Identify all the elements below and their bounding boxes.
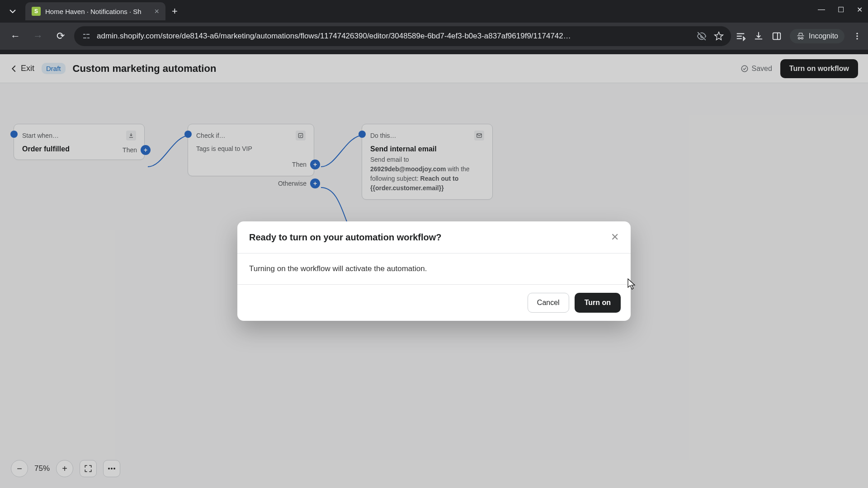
download-icon[interactable] [754, 31, 764, 41]
modal-body: Turning on the workflow will activate th… [237, 253, 631, 284]
svg-point-8 [856, 38, 858, 39]
confirm-modal: Ready to turn on your automation workflo… [237, 221, 631, 321]
svg-point-6 [856, 33, 858, 34]
modal-title: Ready to turn on your automation workflo… [249, 232, 442, 243]
reload-button[interactable]: ⟳ [52, 27, 70, 45]
url-text: admin.shopify.com/store/de8143-a6/market… [97, 32, 691, 41]
cancel-button[interactable]: Cancel [528, 293, 569, 313]
site-settings-icon[interactable] [81, 31, 91, 41]
svg-rect-2 [83, 38, 86, 38]
back-button[interactable]: ← [6, 27, 24, 45]
window-controls: — ☐ ✕ [818, 5, 863, 14]
svg-rect-1 [86, 34, 90, 35]
svg-point-7 [856, 35, 858, 37]
maximize-icon[interactable]: ☐ [838, 5, 844, 14]
tab-title: Home Haven · Notifications · Sh [45, 8, 150, 15]
forward-button[interactable]: → [29, 27, 47, 45]
svg-rect-3 [87, 38, 90, 38]
tab-search-dropdown[interactable] [4, 2, 22, 20]
minimize-icon[interactable]: — [818, 5, 825, 14]
star-icon[interactable] [714, 31, 724, 41]
side-panel-icon[interactable] [772, 31, 782, 41]
eye-off-icon[interactable] [697, 31, 707, 41]
shopify-favicon-icon: S [32, 7, 41, 16]
browser-chrome: S Home Haven · Notifications · Sh × + — … [0, 0, 868, 54]
confirm-button[interactable]: Turn on [575, 293, 621, 313]
close-icon: ✕ [611, 231, 619, 243]
playlist-icon[interactable] [736, 31, 745, 41]
incognito-icon [796, 32, 805, 41]
incognito-label: Incognito [809, 32, 838, 40]
svg-rect-4 [773, 33, 781, 40]
close-tab-icon[interactable]: × [154, 7, 159, 16]
svg-rect-0 [83, 34, 85, 35]
kebab-menu-icon[interactable] [853, 32, 862, 41]
modal-header: Ready to turn on your automation workflo… [237, 221, 631, 253]
url-bar[interactable]: admin.shopify.com/store/de8143-a6/market… [74, 26, 731, 46]
new-tab-button[interactable]: + [172, 5, 178, 17]
close-window-icon[interactable]: ✕ [857, 5, 863, 14]
modal-overlay[interactable]: Ready to turn on your automation workflo… [0, 54, 868, 488]
modal-footer: Cancel Turn on [237, 284, 631, 321]
mouse-cursor-icon [627, 278, 636, 290]
tab-bar: S Home Haven · Notifications · Sh × + — … [0, 0, 868, 23]
address-bar: ← → ⟳ admin.shopify.com/store/de8143-a6/… [0, 23, 868, 50]
incognito-badge[interactable]: Incognito [790, 29, 844, 43]
app-viewport: Exit Draft Custom marketing automation S… [0, 54, 868, 488]
browser-tab[interactable]: S Home Haven · Notifications · Sh × [25, 2, 165, 20]
chevron-down-icon [9, 9, 16, 13]
modal-close-button[interactable]: ✕ [611, 231, 619, 243]
